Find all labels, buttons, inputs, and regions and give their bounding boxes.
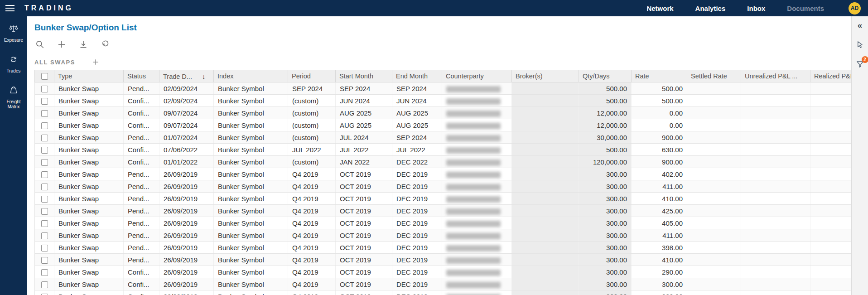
rpl-cell: [810, 290, 852, 295]
menu-icon[interactable]: [5, 4, 17, 13]
col-header-brokers[interactable]: Broker(s): [512, 70, 579, 82]
redacted-counterparty: [446, 111, 501, 117]
row-select-cell: [35, 156, 54, 168]
select-all-checkbox[interactable]: [41, 73, 48, 80]
index-cell: Bunker Symbol: [214, 131, 288, 144]
table-row[interactable]: Bunker SwapPend...26/09/2019Bunker Symbo…: [35, 242, 852, 254]
add-icon[interactable]: [56, 39, 67, 50]
status-cell: Pend...: [124, 205, 159, 217]
table-row[interactable]: Bunker SwapPend...26/09/2019Bunker Symbo…: [35, 193, 852, 205]
table-row[interactable]: Bunker SwapConfi...02/09/2024Bunker Symb…: [35, 95, 852, 107]
start-cell: OCT 2019: [336, 193, 392, 205]
row-checkbox[interactable]: [41, 257, 48, 264]
table-row[interactable]: Bunker SwapPend...26/09/2019Bunker Symbo…: [35, 229, 852, 242]
col-header-rate[interactable]: Rate: [632, 70, 687, 82]
row-checkbox[interactable]: [41, 159, 48, 166]
table-row[interactable]: Bunker SwapPend...26/09/2019Bunker Symbo…: [35, 217, 852, 229]
filter-icon[interactable]: 2: [855, 59, 865, 69]
reset-icon[interactable]: [100, 39, 111, 50]
col-header-trade-date[interactable]: Trade D...↓: [159, 70, 214, 82]
table-row[interactable]: Bunker SwapPend...01/07/2024Bunker Symbo…: [35, 131, 852, 144]
row-checkbox[interactable]: [41, 269, 48, 276]
user-avatar[interactable]: AD: [849, 2, 861, 15]
row-checkbox[interactable]: [41, 208, 48, 215]
qty-cell: 300.00: [579, 254, 632, 266]
period-cell: (custom): [288, 131, 336, 144]
sidebar-item-trades[interactable]: Trades: [1, 54, 26, 73]
table-row[interactable]: Bunker SwapPend...02/09/2024Bunker Symbo…: [35, 82, 852, 95]
sidebar-item-exposure[interactable]: Exposure: [1, 24, 26, 43]
rate-cell: 630.00: [632, 144, 687, 156]
index-cell: Bunker Symbol: [214, 242, 288, 254]
add-tab-icon[interactable]: [91, 57, 101, 67]
col-header-start-month[interactable]: Start Month: [336, 70, 392, 82]
sort-desc-icon[interactable]: ↓: [202, 73, 206, 80]
col-header-realized-pl[interactable]: Realized P&L: [810, 70, 852, 82]
table-row[interactable]: Bunker SwapConfi...26/09/2019Bunker Symb…: [35, 278, 852, 290]
upl-cell: [741, 266, 810, 278]
end-cell: DEC 2022: [392, 156, 442, 168]
table-row[interactable]: Bunker SwapConfi...09/07/2024Bunker Symb…: [35, 107, 852, 119]
tab-all-swaps[interactable]: ALL SWAPS: [34, 59, 75, 66]
row-checkbox[interactable]: [41, 110, 48, 117]
col-header-status[interactable]: Status: [124, 70, 159, 82]
type-cell: Bunker Swap: [54, 156, 124, 168]
row-checkbox[interactable]: [41, 171, 48, 178]
table-row[interactable]: Bunker SwapPend...26/09/2019Bunker Symbo…: [35, 205, 852, 217]
row-checkbox[interactable]: [41, 196, 48, 203]
row-select-cell: [35, 278, 54, 290]
table-row[interactable]: Bunker SwapPend...26/09/2019Bunker Symbo…: [35, 180, 852, 193]
col-header-unrealized-pl[interactable]: Unrealized P&L ...: [741, 70, 810, 82]
table-row[interactable]: Bunker SwapConfi...09/07/2024Bunker Symb…: [35, 119, 852, 131]
col-header-period[interactable]: Period: [288, 70, 336, 82]
status-cell: Pend...: [124, 131, 159, 144]
row-checkbox[interactable]: [41, 147, 48, 154]
table-row[interactable]: Bunker SwapConfi...26/09/2019Bunker Symb…: [35, 290, 852, 295]
table-row[interactable]: Bunker SwapConfi...07/06/2022Bunker Symb…: [35, 144, 852, 156]
row-checkbox[interactable]: [41, 281, 48, 288]
col-header-qty-days[interactable]: Qty/Days: [579, 70, 632, 82]
nav-item-documents[interactable]: Documents: [787, 5, 824, 12]
row-select-cell: [35, 168, 54, 180]
table-row[interactable]: Bunker SwapConfi...26/09/2019Bunker Symb…: [35, 266, 852, 278]
index-cell: Bunker Symbol: [214, 266, 288, 278]
collapse-panel-icon[interactable]: «: [857, 20, 863, 30]
date-cell: 26/09/2019: [159, 229, 214, 242]
search-icon[interactable]: [34, 39, 45, 50]
table-row[interactable]: Bunker SwapPend...26/09/2019Bunker Symbo…: [35, 168, 852, 180]
select-all-cell[interactable]: [35, 70, 54, 82]
row-checkbox[interactable]: [41, 98, 48, 105]
cycle-icon: [9, 54, 19, 66]
counterparty-cell: [442, 217, 512, 229]
col-header-settled-rate[interactable]: Settled Rate: [687, 70, 741, 82]
nav-item-analytics[interactable]: Analytics: [695, 5, 726, 12]
date-cell: 26/09/2019: [159, 278, 214, 290]
col-header-counterparty[interactable]: Counterparty: [442, 70, 512, 82]
redacted-counterparty: [446, 270, 501, 276]
row-checkbox[interactable]: [41, 122, 48, 129]
col-header-index[interactable]: Index: [214, 70, 288, 82]
row-checkbox[interactable]: [41, 86, 48, 92]
nav-item-inbox[interactable]: Inbox: [747, 5, 765, 12]
end-cell: DEC 2019: [392, 266, 442, 278]
rate-cell: 500.00: [632, 82, 687, 95]
row-checkbox[interactable]: [41, 245, 48, 251]
row-checkbox[interactable]: [41, 184, 48, 190]
sidebar-item-freight-matrix[interactable]: Freight Matrix: [1, 85, 26, 110]
table-row[interactable]: Bunker SwapPend...26/09/2019Bunker Symbo…: [35, 254, 852, 266]
row-checkbox[interactable]: [41, 220, 48, 227]
nav-item-network[interactable]: Network: [646, 5, 673, 12]
index-cell: Bunker Symbol: [214, 180, 288, 193]
download-icon[interactable]: [78, 39, 89, 50]
end-cell: DEC 2019: [392, 278, 442, 290]
col-header-end-month[interactable]: End Month: [392, 70, 442, 82]
index-cell: Bunker Symbol: [214, 82, 288, 95]
table-body: Bunker SwapPend...02/09/2024Bunker Symbo…: [35, 82, 852, 295]
qty-cell: 300.00: [579, 242, 632, 254]
table-row[interactable]: Bunker SwapConfi...01/01/2022Bunker Symb…: [35, 156, 852, 168]
row-checkbox[interactable]: [41, 135, 48, 141]
row-checkbox[interactable]: [41, 232, 48, 239]
col-header-type[interactable]: Type: [54, 70, 124, 82]
tab-bar: ALL SWAPS: [34, 54, 851, 70]
pointer-icon[interactable]: [855, 39, 865, 50]
